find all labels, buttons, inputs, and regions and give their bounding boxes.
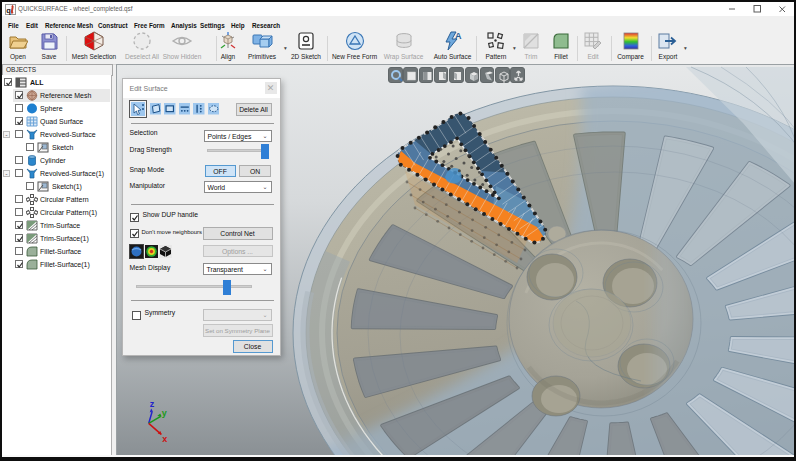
- svg-text:z: z: [150, 399, 155, 409]
- svg-text:y: y: [162, 408, 167, 418]
- svg-text:A: A: [455, 31, 462, 41]
- svg-text:x: x: [162, 434, 167, 444]
- svg-text:q: q: [6, 6, 11, 15]
